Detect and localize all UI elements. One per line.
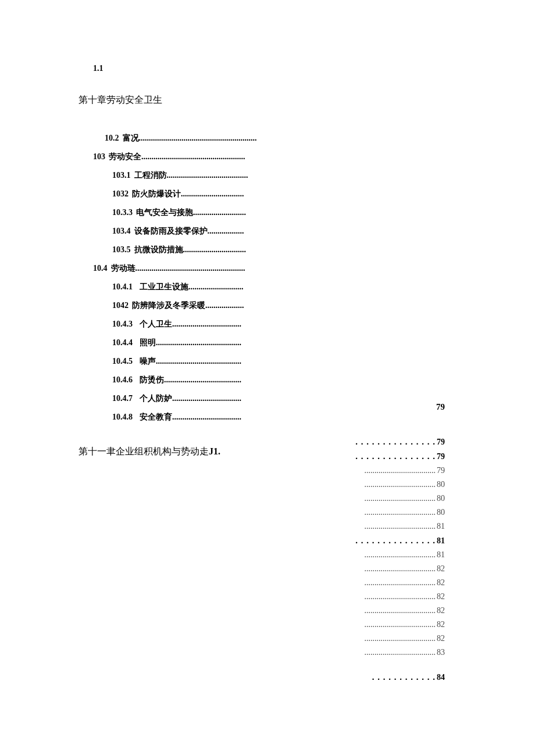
- right-dots: ...................................: [365, 522, 436, 531]
- right-page-entry: . . . . . . . . . . . . 84: [355, 672, 445, 682]
- toc-label: 照明: [140, 338, 156, 348]
- toc-number: 103.5: [112, 245, 131, 255]
- toc-entry: 1032防火防爆设计..............................…: [76, 189, 459, 199]
- toc-label: 抗微设防措施: [134, 245, 183, 255]
- toc-dots: ........................................: [167, 171, 248, 180]
- toc-entry: 10.4.5噪声................................…: [76, 356, 459, 367]
- toc-label: 劳动安全: [109, 152, 141, 162]
- toc-dots: ........................................…: [139, 134, 257, 143]
- toc-dots: ...............................: [183, 245, 247, 255]
- right-dots: ...................................: [365, 606, 436, 615]
- page-number-top: 79: [436, 402, 445, 412]
- toc-entry: 103.5抗微设防措施.............................…: [76, 245, 459, 255]
- right-dots: . . . . . . . . . . . .: [372, 672, 436, 682]
- toc-number: 10.4.5: [112, 357, 133, 366]
- chapter-10-title: 第十章劳动安全卫生: [79, 94, 459, 106]
- toc-label: 个人卫生: [140, 319, 172, 329]
- toc-entry: 10.4.1工业卫生设施...........................: [76, 282, 459, 292]
- right-page-number: 82: [437, 592, 445, 601]
- toc-number: 10.4.6: [112, 375, 133, 385]
- toc-number: 10.4.4: [112, 338, 133, 347]
- toc-dots: ........................................…: [135, 264, 245, 273]
- chapter-11-j1: J1.: [209, 446, 220, 456]
- toc-entry: 1042防辨降涉及冬季采暖...................: [76, 300, 459, 311]
- right-page-number: 79: [437, 438, 445, 447]
- toc-entry: 10.4.8安全教育..............................…: [76, 412, 459, 422]
- toc-entry: 10.4.4照明................................…: [76, 338, 459, 348]
- right-page-number: 81: [437, 522, 445, 531]
- right-dots: . . . . . . . . . . . . . . .: [355, 536, 436, 546]
- right-dots: . . . . . . . . . . . . . . .: [355, 437, 436, 447]
- toc-number: 10.3.3: [112, 208, 133, 217]
- right-page-list: . . . . . . . . . . . . . . . 79. . . . …: [355, 437, 445, 687]
- toc-dots: ......................................: [164, 375, 241, 385]
- toc-entry: 103.1工程消防...............................…: [76, 170, 459, 181]
- right-page-number: 82: [437, 606, 445, 615]
- toc-dots: ..................................: [172, 394, 241, 403]
- right-page-number: 80: [437, 494, 445, 503]
- toc-entry: 10.4.3个人卫生..............................…: [76, 319, 459, 329]
- right-dots: ...................................: [365, 480, 436, 489]
- right-page-entry: ................................... 83: [355, 648, 445, 657]
- toc-number: 10.2: [105, 134, 119, 143]
- toc-label: 安全教育: [140, 412, 172, 422]
- toc-list: 10.2富况..................................…: [76, 133, 459, 422]
- right-dots: ...................................: [365, 592, 436, 601]
- right-dots: ...................................: [365, 564, 436, 574]
- toc-dots: ..........................: [193, 208, 246, 217]
- right-dots: ...................................: [365, 494, 436, 503]
- right-dots: ...................................: [365, 550, 436, 560]
- toc-number: 103: [93, 152, 105, 162]
- toc-entry: 103劳动安全.................................…: [76, 152, 459, 162]
- right-dots: ...................................: [365, 620, 436, 629]
- right-dots: ...................................: [365, 648, 436, 657]
- toc-dots: ...........................: [188, 282, 244, 292]
- right-page-number: 82: [437, 620, 445, 629]
- right-page-number: 84: [437, 673, 445, 682]
- toc-dots: ...............................: [181, 189, 244, 199]
- right-page-entry: ................................... 82: [355, 634, 445, 643]
- toc-label: 工程消防: [134, 170, 167, 181]
- toc-number: 103.4: [112, 227, 131, 236]
- toc-label: 富况: [123, 133, 139, 144]
- toc-entry: 10.4.7个人防妒..............................…: [76, 393, 459, 404]
- right-page-entry: ................................... 81: [355, 522, 445, 531]
- header-number: 1.1: [93, 64, 459, 73]
- toc-entry: 10.4.6防烫伤...............................…: [76, 375, 459, 385]
- right-page-number: 82: [437, 578, 445, 587]
- right-page-entry: ................................... 82: [355, 606, 445, 615]
- toc-label: 防烫伤: [140, 375, 164, 385]
- right-page-number: 80: [437, 508, 445, 517]
- toc-entry: 10.3.3电气安全与接胞..........................: [76, 207, 459, 218]
- right-page-entry: . . . . . . . . . . . . . . . 79: [355, 437, 445, 447]
- toc-entry: 103.4设备防雨及接零保护..................: [76, 226, 459, 237]
- right-page-entry: . . . . . . . . . . . . . . . 81: [355, 536, 445, 546]
- toc-number: 103.1: [112, 171, 131, 180]
- right-page-entry: ................................... 82: [355, 564, 445, 574]
- toc-dots: ........................................…: [141, 152, 245, 162]
- toc-label: 工业卫生设施: [140, 282, 188, 292]
- right-page-number: 83: [437, 648, 445, 657]
- toc-label: 噪声: [140, 356, 156, 367]
- right-page-entry: ................................... 82: [355, 592, 445, 601]
- right-page-entry: . . . . . . . . . . . . . . . 79: [355, 452, 445, 461]
- toc-entry: 10.2富况..................................…: [76, 133, 459, 144]
- toc-number: 10.4.8: [112, 413, 133, 422]
- toc-dots: ...................: [205, 301, 244, 310]
- right-dots: ...................................: [365, 508, 436, 517]
- chapter-11-prefix: 第十一聿企业组积机构与势动走: [79, 446, 209, 456]
- right-dots: . . . . . . . . . . . . . . .: [355, 452, 436, 461]
- toc-number: 10.4.1: [112, 282, 133, 292]
- right-page-entry: ................................... 79: [355, 466, 445, 475]
- right-page-number: 79: [437, 466, 445, 475]
- right-page-entry: ................................... 81: [355, 550, 445, 560]
- toc-label: 防辨降涉及冬季采暖: [132, 300, 205, 311]
- right-page-entry: ................................... 80: [355, 494, 445, 503]
- toc-number: 10.4.7: [112, 394, 133, 403]
- toc-number: 10.4: [93, 264, 108, 273]
- toc-number: 10.4.3: [112, 320, 133, 329]
- right-page-entry: ................................... 80: [355, 508, 445, 517]
- right-dots: ...................................: [365, 466, 436, 475]
- toc-dots: ........................................…: [156, 357, 241, 366]
- right-page-number: 79: [437, 452, 445, 461]
